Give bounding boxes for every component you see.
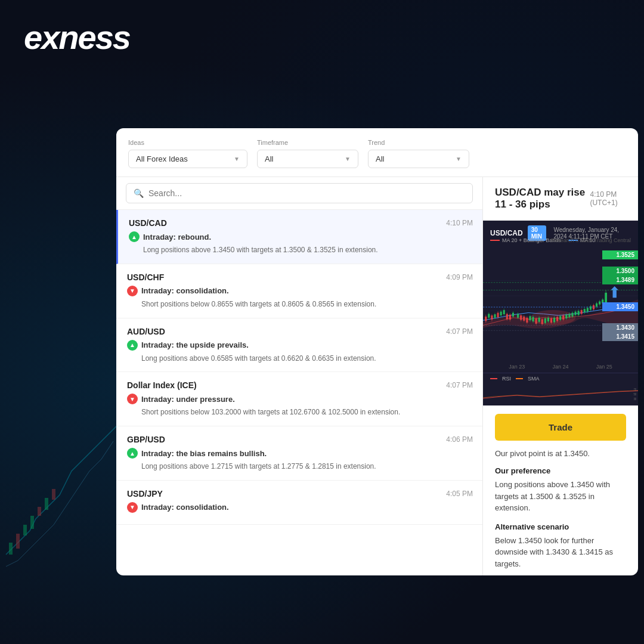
item-desc: Short positions below 103.2000 with targ… (127, 407, 473, 417)
item-time: 4:09 PM (446, 273, 473, 281)
pair-name: USD/JPY (127, 489, 163, 499)
item-desc: Short positions below 0.8655 with target… (127, 299, 473, 309)
list-item[interactable]: Dollar Index (ICE) 4:07 PM ▼ Intraday: u… (116, 372, 482, 426)
svg-text:50: 50 (633, 393, 636, 396)
item-signal: ▲ Intraday: the bias remains bullish. (127, 448, 473, 459)
search-input[interactable] (148, 188, 465, 198)
item-desc: Long positions above 1.2715 with targets… (127, 462, 473, 472)
x-axis: Jan 23 Jan 24 Jan 25 (483, 364, 638, 370)
item-time: 4:07 PM (446, 327, 473, 336)
item-desc: Long positions above 1.3450 with targets… (129, 245, 473, 255)
pair-name: AUD/USD (127, 327, 165, 336)
item-time: 4:07 PM (446, 381, 473, 389)
right-detail: USD/CAD may rise 11 - 36 pips 4:10 PM (U… (483, 177, 638, 575)
alternative-content: Below 1.3450 look for further downside w… (495, 535, 626, 570)
chevron-down-icon: ▼ (234, 156, 240, 162)
signal-dot-up: ▲ (129, 231, 140, 242)
list-item[interactable]: GBP/USD 4:06 PM ▲ Intraday: the bias rem… (116, 426, 482, 481)
trend-label: Trend (368, 139, 469, 146)
ideas-label: Ideas (128, 139, 247, 146)
price-label: 1.3525 (602, 250, 638, 259)
list-item-header: Dollar Index (ICE) 4:07 PM (127, 380, 473, 390)
pair-name: GBP/USD (127, 435, 165, 444)
content-area: 🔍 USD/CAD 4:10 PM ▲ Intraday: rebound. (116, 177, 638, 575)
list-item-header: GBP/USD 4:06 PM (127, 435, 473, 444)
timeframe-label: Timeframe (257, 139, 358, 146)
rsi-label: RSI (502, 376, 511, 382)
svg-rect-0 (9, 543, 13, 555)
item-signal: ▼ Intraday: consolidation. (127, 502, 473, 513)
list-item-header: AUD/USD 4:07 PM (127, 327, 473, 336)
alternative-title: Alternative scenario (495, 522, 626, 531)
signal-text: Intraday: the bias remains bullish. (141, 449, 267, 458)
pair-name: Dollar Index (ICE) (127, 380, 197, 390)
item-time: 4:05 PM (446, 490, 473, 498)
x-label: Jan 25 (596, 364, 612, 370)
chevron-down-icon-2: ▼ (345, 156, 351, 162)
pivot-line: Our pivot point is at 1.3450. (495, 449, 626, 458)
list-item[interactable]: USD/CHF 4:09 PM ▼ Intraday: consolidatio… (116, 264, 482, 318)
ideas-filter-group: Ideas All Forex Ideas ▼ (128, 139, 247, 168)
search-bar: 🔍 (116, 177, 482, 210)
signal-dot-down: ▼ (127, 394, 138, 404)
ideas-select[interactable]: All Forex Ideas ▼ (128, 150, 247, 168)
list-item[interactable]: USD/JPY 4:05 PM ▼ Intraday: consolidatio… (116, 481, 482, 525)
search-input-wrap[interactable]: 🔍 (126, 183, 473, 203)
list-item-header: USD/JPY 4:05 PM (127, 489, 473, 499)
svg-rect-6 (52, 489, 55, 500)
x-label: Jan 24 (552, 364, 568, 370)
svg-rect-1 (16, 534, 20, 549)
signal-text: Intraday: consolidation. (141, 503, 229, 512)
trend-filter-group: Trend All ▼ (368, 139, 469, 168)
search-icon: 🔍 (134, 188, 144, 198)
timeframe-select[interactable]: All ▼ (257, 150, 358, 168)
signal-text: Intraday: the upside prevails. (141, 340, 249, 349)
svg-text:70: 70 (633, 388, 636, 391)
detail-text: Our pivot point is at 1.3450. Our prefer… (483, 449, 638, 575)
price-label: 1.3489 (602, 275, 638, 284)
rsi-chart: 70 50 30 (483, 384, 638, 405)
sma-line (516, 378, 523, 379)
list-item[interactable]: USD/CAD 4:10 PM ▲ Intraday: rebound. Lon… (116, 210, 482, 264)
rsi-line (490, 378, 497, 379)
chart-watermark: Research © 2024 Trading Central (551, 237, 631, 243)
svg-rect-2 (23, 525, 27, 535)
price-label: 1.3415 (602, 332, 638, 341)
detail-time: 4:10 PM (UTC+1) (590, 190, 626, 207)
sma-label: SMA (528, 376, 540, 382)
chevron-down-icon-3: ▼ (456, 156, 462, 162)
timeframe-filter-group: Timeframe All ▼ (257, 139, 358, 168)
signal-dot-up: ▲ (127, 340, 138, 351)
signal-text: Intraday: under pressure. (141, 395, 235, 404)
signal-text: Intraday: consolidation. (141, 286, 229, 295)
item-signal: ▲ Intraday: rebound. (129, 231, 473, 242)
list-item-header: USD/CAD 4:10 PM (129, 218, 473, 228)
signal-text: Intraday: rebound. (143, 233, 211, 242)
trade-button[interactable]: Trade (495, 414, 626, 441)
svg-text:30: 30 (633, 398, 636, 401)
chart-pair: USD/CAD (490, 229, 523, 237)
item-signal: ▲ Intraday: the upside prevails. (127, 340, 473, 351)
price-label: 1.3500 (602, 267, 638, 275)
trend-value: All (376, 154, 384, 163)
item-desc: Long positions above 0.6585 with targets… (127, 354, 473, 364)
price-label: 1.3430 (602, 323, 638, 332)
preference-content: Long positions above 1.3450 with targets… (495, 479, 626, 514)
list-item-header: USD/CHF 4:09 PM (127, 273, 473, 282)
svg-rect-5 (45, 498, 48, 510)
logo: exness (24, 18, 130, 57)
detail-header: USD/CAD may rise 11 - 36 pips 4:10 PM (U… (483, 177, 638, 221)
list-item[interactable]: AUD/USD 4:07 PM ▲ Intraday: the upside p… (116, 318, 482, 373)
signal-dot-down: ▼ (127, 286, 138, 296)
trend-select[interactable]: All ▼ (368, 150, 469, 168)
detail-title: USD/CAD may rise 11 - 36 pips (495, 187, 590, 210)
left-list: 🔍 USD/CAD 4:10 PM ▲ Intraday: rebound. (116, 177, 483, 575)
svg-rect-3 (30, 516, 34, 529)
rsi-area: RSI SMA 70 50 30 (483, 373, 638, 405)
item-time: 4:10 PM (446, 219, 473, 227)
item-time: 4:06 PM (446, 435, 473, 444)
ideas-value: All Forex Ideas (136, 154, 188, 163)
rsi-legend: RSI SMA (483, 373, 638, 384)
item-signal: ▼ Intraday: consolidation. (127, 286, 473, 296)
signal-dot-down: ▼ (127, 502, 138, 513)
